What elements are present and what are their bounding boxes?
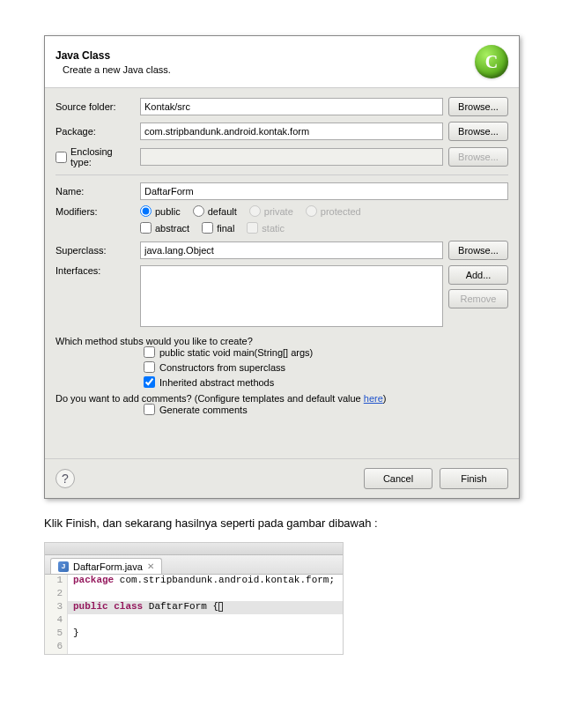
line-number: 4 [45,614,68,628]
line-number: 3 [45,601,68,614]
dialog-title: Java Class [55,49,475,62]
enclosing-type-label: Enclosing type: [55,146,135,167]
stub-main-checkbox[interactable] [144,346,155,358]
superclass-browse-button[interactable]: Browse... [448,241,508,260]
modifier-abstract-checkbox[interactable] [140,222,152,234]
package-browse-button[interactable]: Browse... [448,122,508,141]
modifier-final-checkbox[interactable] [202,222,213,234]
text-cursor [218,602,223,612]
stub-constructors-checkbox[interactable] [144,361,155,373]
superclass-label: Superclass: [55,245,135,256]
editor-tab[interactable]: J DaftarForm.java ✕ [50,558,162,574]
line-number: 5 [45,628,68,641]
line-number: 6 [45,641,68,654]
stub-inherited-checkbox[interactable] [144,376,155,388]
package-label: Package: [55,126,135,137]
source-folder-browse-button[interactable]: Browse... [448,97,508,116]
interfaces-label: Interfaces: [55,265,135,276]
dialog-subtitle: Create a new Java class. [55,64,475,75]
interfaces-list[interactable] [140,265,443,327]
divider [55,175,508,175]
configure-here-link[interactable]: here [364,393,383,404]
package-input[interactable] [140,123,443,140]
tab-filename: DaftarForm.java [73,561,143,572]
modifier-public-radio[interactable] [140,205,152,217]
modifier-protected-radio [306,205,317,217]
generate-comments-checkbox[interactable] [144,404,155,415]
source-folder-label: Source folder: [55,101,135,112]
java-class-dialog: Java Class Create a new Java class. C So… [44,35,520,499]
comments-question: Do you want to add comments? (Configure … [55,393,508,404]
enclosing-type-browse-button: Browse... [448,147,508,167]
modifier-static-checkbox [247,222,258,234]
name-label: Name: [55,186,135,197]
toolbar-strip [45,543,343,555]
finish-button[interactable]: Finish [440,468,508,489]
editor-tab-bar: J DaftarForm.java ✕ [45,555,343,575]
line-number: 1 [45,575,68,588]
dialog-header: Java Class Create a new Java class. C [45,36,519,88]
name-input[interactable] [140,182,508,200]
code-area[interactable]: 1package com.stripbandunk.android.kontak… [45,575,343,654]
modifiers-label: Modifiers: [55,206,135,217]
code-editor: J DaftarForm.java ✕ 1package com.stripba… [44,542,344,655]
interfaces-remove-button: Remove [448,289,508,308]
enclosing-type-input [140,148,443,166]
help-icon[interactable]: ? [55,469,75,488]
tab-close-icon[interactable]: ✕ [147,561,154,571]
superclass-input[interactable] [140,241,443,259]
line-number: 2 [45,588,68,601]
modifier-default-radio[interactable] [193,205,204,217]
java-file-icon: J [58,561,69,572]
enclosing-type-checkbox[interactable] [55,152,67,163]
class-icon: C [475,45,508,78]
modifier-private-radio [249,205,261,217]
interfaces-add-button[interactable]: Add... [448,265,508,285]
instruction-caption: Klik Finish, dan sekarang hasilnya seper… [44,516,518,530]
cancel-button[interactable]: Cancel [364,468,433,489]
source-folder-input[interactable] [140,98,443,115]
method-stubs-question: Which method stubs would you like to cre… [55,336,508,346]
